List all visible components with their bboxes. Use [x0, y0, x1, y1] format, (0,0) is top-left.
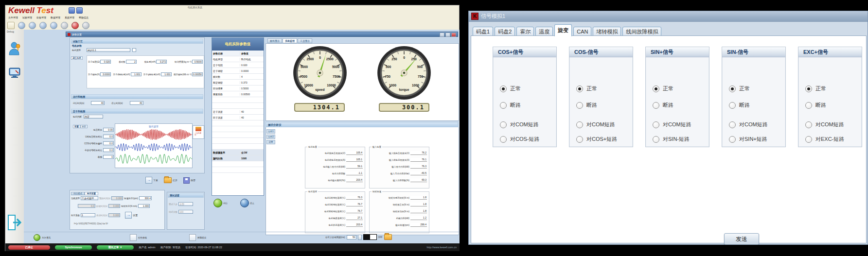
dyno-side-tab[interactable]: 分析2	[266, 135, 275, 139]
period-spinner[interactable]	[358, 235, 362, 240]
dialog-tab[interactable]: 线间故障模拟	[622, 27, 661, 36]
table-row[interactable]	[212, 120, 264, 126]
radio-option[interactable]: 对COM短路	[729, 121, 785, 128]
dialog-titlebar[interactable]: K 信号模拟1	[469, 11, 868, 22]
dialog-tab[interactable]: 旋变	[554, 24, 572, 36]
radio-icon[interactable]	[500, 121, 507, 128]
radio-option[interactable]: 断路	[729, 102, 785, 108]
mode-tab[interactable]: 运行模式	[71, 192, 85, 195]
radio-option[interactable]: 正常	[653, 85, 709, 92]
radio-icon[interactable]	[805, 102, 812, 109]
field-input[interactable]: 0.0	[103, 148, 114, 152]
toolbar-icon-4[interactable]	[39, 22, 47, 29]
wave-tool-button[interactable]: 上位机操作	[193, 125, 204, 139]
field-input[interactable]: 0.0	[103, 135, 114, 138]
toolbar-icon-5[interactable]	[50, 22, 57, 29]
torque-ref-input[interactable]: 1.000	[138, 204, 150, 208]
run-time-input[interactable]: 40	[91, 101, 105, 105]
dialog-tab[interactable]: 码盘2	[495, 27, 515, 36]
radio-option[interactable]: 正常	[729, 85, 785, 92]
table-row[interactable]	[212, 103, 264, 109]
table-row[interactable]: 摩擦系数 0.00500	[212, 91, 264, 97]
toolbar-icon-8[interactable]	[82, 22, 89, 29]
user-icon[interactable]	[8, 41, 21, 56]
table-row[interactable]	[212, 126, 264, 132]
menu-item[interactable]: 文件管理	[8, 16, 18, 20]
radio-option[interactable]: 断路	[653, 102, 709, 108]
radio-icon[interactable]	[500, 85, 507, 92]
radio-icon[interactable]	[576, 85, 583, 92]
restore-icon[interactable]	[445, 33, 450, 37]
fault-sim-button[interactable]: 故障模拟	[189, 234, 206, 241]
motor-type-select[interactable]: asyn1.1	[87, 48, 130, 52]
minimize-icon[interactable]	[440, 33, 444, 37]
table-row[interactable]: 数据覆盖率 全1W	[212, 150, 264, 155]
radio-option[interactable]: 对COS-短路	[500, 136, 556, 142]
field-select[interactable]: 全部	[178, 202, 193, 206]
mode-tab[interactable]: 给定设置	[85, 192, 98, 195]
dialog-tab[interactable]: 码盘1	[473, 27, 493, 36]
run-indicator[interactable]: 运行	[213, 199, 228, 207]
menu-item[interactable]: 设备管理	[36, 16, 46, 20]
field-select[interactable]: 100	[178, 210, 193, 214]
radio-option[interactable]: 断路	[805, 102, 862, 108]
toggle-switch[interactable]	[363, 234, 377, 240]
radio-option[interactable]: 对COM短路	[805, 121, 862, 128]
toolbar-icon-6[interactable]	[61, 22, 68, 29]
dyno-side-tab[interactable]: 设置	[266, 140, 275, 144]
toolbar-icon-3[interactable]	[29, 22, 36, 29]
table-row[interactable]	[212, 138, 264, 144]
load-type-select[interactable]: 工步式循环	[81, 196, 98, 200]
radio-option[interactable]: 断路	[576, 102, 633, 108]
field-input[interactable]: 1.001	[131, 72, 142, 76]
radio-option[interactable]: 正常	[576, 85, 633, 92]
table-row[interactable]	[212, 144, 264, 150]
table-row[interactable]: 极对数 4	[212, 74, 264, 80]
dyno-side-tab[interactable]: 分析1	[266, 129, 275, 134]
table-row[interactable]: 额定磁链 0.373	[212, 80, 264, 85]
field-input[interactable]: 0.00	[103, 128, 114, 132]
set-button[interactable]: →设置	[125, 212, 138, 219]
save-button[interactable]: 保存	[183, 177, 195, 184]
download-button[interactable]: →下发	[145, 177, 158, 184]
field-input[interactable]: 2	[126, 60, 137, 64]
monitor-icon[interactable]	[9, 68, 20, 78]
field-input[interactable]: 0.00050	[192, 72, 203, 76]
radio-option[interactable]: 对COM短路	[500, 121, 556, 128]
dialog-tab[interactable]: 温度	[535, 27, 553, 36]
radio-icon[interactable]	[729, 121, 736, 128]
toolbar-icon-2[interactable]	[18, 22, 25, 29]
open-button[interactable]: 打开	[164, 177, 177, 183]
radio-icon[interactable]	[576, 136, 583, 143]
radio-option[interactable]: 对SIN-短路	[653, 136, 709, 142]
radio-icon[interactable]	[729, 102, 736, 109]
field-input[interactable]: 0.5000	[192, 60, 203, 64]
table-row[interactable]	[212, 161, 264, 167]
radio-icon[interactable]	[500, 136, 507, 143]
table-row[interactable]: 参数名称 参数值	[212, 51, 264, 56]
radio-icon[interactable]	[729, 85, 736, 92]
dialog-tab[interactable]: CAN	[573, 27, 591, 36]
radio-icon[interactable]	[500, 102, 507, 109]
dialog-tab[interactable]: 堵转模拟	[593, 27, 621, 36]
field-input[interactable]: 0	[103, 155, 114, 159]
motor-judge-select[interactable]: 内定	[84, 115, 103, 119]
radio-icon[interactable]	[729, 136, 736, 143]
field-input[interactable]: 3.272	[156, 60, 167, 64]
field-input[interactable]: 0.020	[100, 60, 111, 64]
radio-option[interactable]: 对COM短路	[653, 121, 709, 128]
table-row[interactable]: 电机类型 BLD电机	[212, 56, 264, 62]
radio-icon[interactable]	[653, 121, 659, 128]
radio-option[interactable]: 断路	[500, 102, 556, 108]
radio-icon[interactable]	[653, 85, 659, 92]
status-pill-comm[interactable]: 通讯正常 ▼	[97, 245, 134, 250]
menu-item[interactable]: 数据管理	[51, 16, 60, 20]
exit-icon[interactable]	[7, 214, 22, 231]
open-log-folder-icon[interactable]	[384, 234, 392, 240]
radio-icon[interactable]	[805, 121, 812, 128]
table-row[interactable]	[212, 132, 264, 138]
speed-ref-input[interactable]: 300.4	[139, 196, 152, 200]
gauge-tab[interactable]: 工况显示	[298, 38, 312, 43]
menu-item[interactable]: 系统管理	[65, 16, 74, 20]
titlebar-mini-icon-2[interactable]	[76, 7, 83, 14]
